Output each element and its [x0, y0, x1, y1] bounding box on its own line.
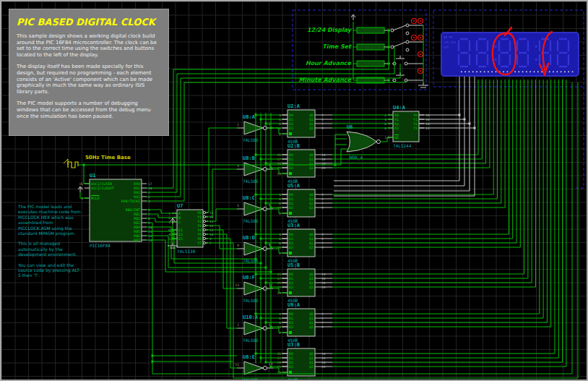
pin-label: D1: [289, 317, 293, 320]
pin-label: D3: [289, 206, 293, 210]
pin-label: Q2: [309, 202, 314, 205]
inversion-bubble: [203, 237, 205, 239]
pin-label: Q0: [309, 273, 314, 276]
display-pin-dot: [507, 72, 509, 73]
junction-dot: [469, 123, 471, 125]
display-pin-dot: [472, 72, 474, 73]
pin-label: D3: [289, 127, 293, 130]
gate-type-label: 74LS06: [243, 218, 259, 223]
label: 16: [79, 182, 84, 186]
gate-u8e[interactable]: [244, 361, 263, 374]
chip-ref-label: U1: [90, 173, 95, 179]
label: 9: [237, 244, 239, 247]
junction-dot: [255, 114, 257, 116]
junction-dot: [255, 194, 257, 196]
label: 1: [237, 123, 239, 127]
pin-label: A0: [394, 114, 399, 117]
gate-ref-label: U6: [347, 124, 353, 130]
pin-label: Q1: [309, 237, 314, 241]
pin-label: D3: [289, 166, 293, 170]
gate-u6-nor[interactable]: [347, 132, 376, 152]
inversion-bubble: [263, 247, 267, 250]
junction-dot: [270, 207, 272, 209]
label: 13: [235, 283, 240, 287]
resistor[interactable]: [357, 61, 384, 67]
junction-dot: [152, 355, 154, 357]
pin-label: A3: [394, 127, 399, 130]
pin-label: Q3: [309, 127, 314, 130]
junction-dot: [265, 322, 267, 324]
display-pin-dot: [564, 72, 566, 73]
pin-label: D3: [289, 246, 293, 249]
pin-label: D1: [289, 118, 293, 121]
display-pin-dot: [484, 72, 485, 73]
inversion-bubble: [263, 286, 267, 290]
inversion-bubble: [203, 228, 205, 231]
pin-label: D1: [289, 237, 293, 241]
display-pin-dot: [519, 72, 520, 73]
pin-label: D1: [289, 197, 293, 201]
junction-dot: [255, 313, 257, 315]
pin-label: Q1: [309, 277, 314, 281]
display-pin-dot: [480, 72, 482, 73]
gate-ref-label: U8:A: [243, 114, 256, 120]
boundary-box: [433, 10, 584, 87]
label: 4: [168, 233, 170, 236]
colon-dot: [495, 46, 497, 48]
pin-label: Q1: [309, 356, 314, 360]
display-pin-dot: [461, 72, 462, 73]
gate-ref-label: U8:C: [243, 195, 255, 201]
wire: [332, 80, 558, 358]
inversion-bubble: [203, 220, 205, 222]
junction-dot: [255, 154, 257, 156]
chip-ref-label: U2:A: [287, 103, 301, 109]
gate-u8a[interactable]: [244, 121, 263, 134]
pin-label: D0: [289, 273, 293, 276]
resistor[interactable]: [357, 44, 384, 50]
label: 15: [209, 211, 214, 215]
pin-label: Q2: [309, 281, 314, 285]
display-pin-dot: [476, 72, 477, 73]
pin-label: D3: [289, 365, 293, 369]
junction-dot: [265, 123, 267, 125]
colon-dot: [535, 46, 537, 48]
label: 5: [237, 204, 239, 207]
inversion-bubble: [263, 167, 267, 171]
boundary-box: [574, 87, 584, 188]
pin-label: RB1: [134, 213, 140, 216]
display-pin-dot: [553, 72, 554, 73]
pin-label: Q1: [309, 118, 314, 121]
pin-label: Y3: [413, 127, 418, 130]
junction-dot: [270, 127, 272, 129]
pin-label: Q3: [309, 246, 314, 249]
display-pin-dot: [549, 72, 550, 73]
gate-u8c[interactable]: [244, 202, 263, 215]
pin-label: Q2: [309, 241, 314, 245]
junction-dot: [474, 127, 476, 129]
gate-u8f[interactable]: [244, 282, 263, 295]
wire: [206, 82, 578, 378]
pin-label: RA2: [134, 191, 140, 194]
strobe-pin-marker: [289, 212, 292, 215]
label: 1: [237, 323, 239, 327]
pin-label: MCLR: [91, 197, 100, 200]
junction-dot: [255, 273, 257, 275]
display-pin-dot: [469, 72, 470, 73]
resistor[interactable]: [357, 27, 384, 33]
junction-dot: [270, 167, 272, 169]
label: 17: [148, 182, 152, 186]
pin-label: Y7: [197, 241, 202, 245]
gate-u8d[interactable]: [244, 242, 263, 255]
pin-label: RB7: [134, 239, 140, 242]
schematic-layer: U1PIC16F8416OSC1/CLKIN15OSC2/CLKOUT4MCLR…: [1, 1, 587, 380]
chip-ref-label: U9:A: [287, 302, 301, 308]
wire: [206, 239, 237, 368]
gate-u10a[interactable]: [244, 322, 263, 335]
chip-ref-label: U5:B: [287, 262, 300, 268]
pin-label: D0: [289, 233, 293, 236]
junction-dot: [255, 353, 257, 355]
pin-label: Q1: [309, 158, 314, 161]
pin-label: Q1: [309, 197, 314, 201]
junction-dot: [459, 114, 461, 116]
inversion-bubble: [376, 140, 380, 143]
